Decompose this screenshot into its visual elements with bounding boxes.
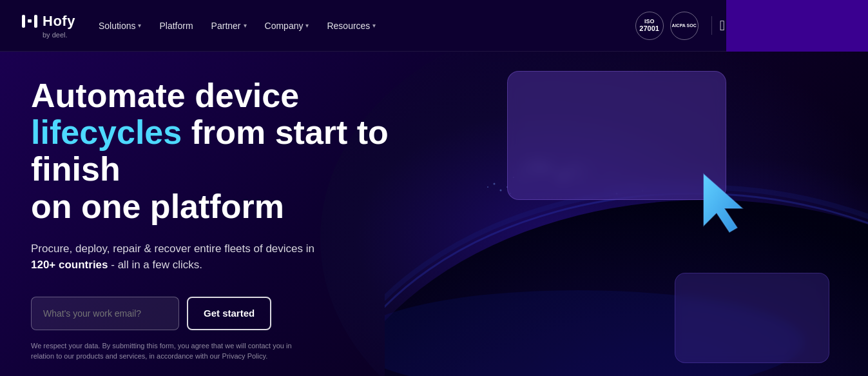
- hero-section: Automate device lifecycles from start to…: [0, 52, 868, 376]
- hero-headline: Automate device lifecycles from start to…: [31, 77, 418, 225]
- get-started-button[interactable]: Get started: [187, 297, 271, 330]
- headline-line1: Automate device: [31, 77, 299, 114]
- hero-subtext: Procure, deploy, repair & recover entire…: [31, 241, 340, 273]
- headline-bold: on one platform: [31, 188, 284, 225]
- svg-point-45: [487, 186, 488, 188]
- svg-rect-2: [34, 15, 37, 28]
- cursor-arrow: [697, 171, 762, 242]
- logo[interactable]: Hofy by deel.: [21, 12, 75, 39]
- logo-text: Hofy: [43, 13, 75, 30]
- hero-form: Get started: [31, 297, 418, 330]
- chevron-down-icon: ▾: [305, 22, 309, 29]
- subtext-end: - all in a few clicks.: [111, 259, 202, 271]
- svg-point-44: [494, 183, 496, 185]
- nav-partner[interactable]: Partner ▾: [211, 21, 247, 31]
- ui-card-bottom: [675, 273, 829, 363]
- svg-rect-1: [28, 19, 32, 23]
- fine-print-text: We respect your data. By submitting this…: [31, 341, 302, 362]
- chevron-down-icon: ▾: [244, 22, 247, 29]
- iso-badge: ISO 27001: [635, 12, 664, 40]
- apple-icon: : [720, 19, 725, 33]
- svg-rect-0: [22, 15, 25, 28]
- nav-solutions[interactable]: Solutions ▾: [99, 21, 142, 31]
- hero-content: Automate device lifecycles from start to…: [31, 77, 418, 362]
- aicpa-badge: AICPA SOC: [670, 12, 699, 40]
- navbar: Hofy by deel. Solutions ▾ Platform Partn…: [0, 0, 868, 52]
- nav-company[interactable]: Company ▾: [265, 21, 309, 31]
- nav-resources[interactable]: Resources ▾: [327, 21, 376, 31]
- chevron-down-icon: ▾: [138, 22, 141, 29]
- logo-subtitle: by deel.: [43, 31, 68, 39]
- headline-highlight: lifecycles: [31, 114, 182, 151]
- ui-card-top: [507, 71, 726, 200]
- hofy-logo-icon: [21, 12, 39, 30]
- email-input[interactable]: [31, 297, 179, 330]
- nav-platform[interactable]: Platform: [159, 21, 193, 31]
- trust-badges: ISO 27001 AICPA SOC: [635, 12, 699, 40]
- nav-links: Solutions ▾ Platform Partner ▾ Company ▾…: [99, 21, 376, 31]
- svg-point-42: [500, 190, 502, 192]
- chevron-down-icon: ▾: [372, 22, 376, 29]
- subtext-main: Procure, deploy, repair & recover entire…: [31, 242, 314, 255]
- subtext-countries: 120+ countries: [31, 259, 108, 271]
